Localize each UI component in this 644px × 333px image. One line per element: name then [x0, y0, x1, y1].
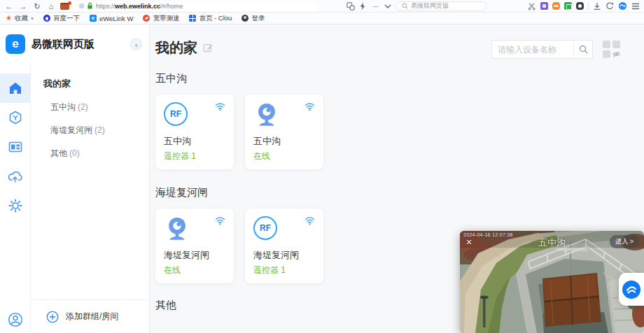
gamepad-extension-icon[interactable]: [552, 2, 560, 10]
sidebar-header: e 易微联网页版 ‹: [0, 24, 149, 64]
edit-icon[interactable]: [203, 43, 214, 53]
profile-icon: [8, 312, 23, 327]
bookmark-cloud-home[interactable]: 首页 - Clou: [189, 14, 232, 23]
nav-profile[interactable]: [0, 312, 31, 327]
download-icon[interactable]: [593, 2, 601, 10]
browser-toolbar: ← → ↻ ⌂ https://web.ewelink.cc/#/home ··…: [0, 0, 644, 13]
section-title: 海堤复河闸: [155, 186, 644, 199]
app-title: 易微联网页版: [31, 38, 94, 51]
gear-icon: [8, 199, 22, 213]
view-toggle-2[interactable]: [612, 41, 620, 48]
nav-pair-device[interactable]: [0, 162, 31, 191]
device-search-button[interactable]: [573, 41, 592, 58]
sidebar-item-room-3[interactable]: 其他(0): [43, 148, 149, 160]
screen: ← → ↻ ⌂ https://web.ewelink.cc/#/home ··…: [0, 0, 644, 333]
device-status: 遥控器 1: [253, 264, 315, 276]
main-header: 我的家: [155, 24, 644, 59]
url-bar[interactable]: https://web.ewelink.cc/#/home: [74, 1, 318, 11]
nav-home[interactable]: [0, 73, 31, 103]
wifi-icon: [304, 216, 315, 225]
page-title: 我的家: [155, 38, 197, 57]
reload-icon[interactable]: ↻: [32, 0, 42, 13]
eye-off-icon: [612, 50, 620, 58]
room-panel: 我的家 五中沟(2) 海堤复河闸(2) 其他(0) 添加群组/房间: [31, 64, 149, 333]
device-name: 五中沟: [253, 135, 315, 148]
add-group-room-button[interactable]: 添加群组/房间: [31, 299, 149, 333]
nav-devices[interactable]: [0, 132, 31, 162]
device-card[interactable]: 海堤复河闸 在线: [155, 208, 234, 283]
sidebar-item-room-1[interactable]: 五中沟(2): [43, 101, 149, 113]
rf-device-icon: RF: [253, 216, 277, 240]
room-section: 五中沟 RF 五中沟 遥控器 1: [155, 72, 644, 169]
section-title: 五中沟: [155, 72, 644, 85]
enter-camera-button[interactable]: 进入 >: [610, 235, 639, 248]
browser-search-box[interactable]: 易微联网页版: [396, 1, 486, 11]
favorites-menu[interactable]: ★ 收藏 ▾: [6, 14, 34, 23]
briefcase-icon[interactable]: [60, 3, 69, 10]
device-name: 海堤复河闸: [253, 249, 315, 262]
lock-icon: [87, 2, 93, 10]
device-card[interactable]: RF 五中沟 遥控器 1: [155, 94, 234, 169]
url-text: https://web.ewelink.cc/#/home: [96, 3, 183, 10]
wifi-icon: [215, 216, 225, 225]
search-icon: [579, 45, 588, 54]
notification-badge: [68, 1, 71, 5]
bookmark-label: 百度一下: [53, 14, 80, 23]
login-favicon: [241, 15, 248, 22]
nav-settings[interactable]: [0, 191, 31, 220]
device-status: 在线: [253, 150, 315, 162]
camera-preview-overlay[interactable]: 2024-04-16 12:07:38 × 五中沟 进入 >: [460, 231, 644, 333]
undo-icon[interactable]: [606, 2, 614, 10]
bookmark-ewelink[interactable]: e eWeLink W: [90, 15, 133, 22]
device-search-input[interactable]: [492, 41, 573, 58]
sidebar-item-room-2[interactable]: 海堤复河闸(2): [43, 125, 149, 136]
caret-down-icon: ▾: [31, 15, 34, 22]
sidebar-body: 我的家 五中沟(2) 海堤复河闸(2) 其他(0) 添加群组/房间: [0, 64, 149, 333]
star-icon: ★: [6, 15, 12, 22]
bookmarks-bar: ★ 收藏 ▾ 百度一下 e eWeLink W 宽带测速 首页 - Clou 登…: [0, 13, 644, 24]
scissors-icon[interactable]: [528, 2, 536, 10]
view-toggle-1[interactable]: [603, 41, 610, 48]
blue-globe-icon[interactable]: [618, 1, 627, 10]
bookmark-label: eWeLink W: [99, 15, 133, 22]
ewelink-favicon: e: [90, 15, 97, 22]
device-status: 在线: [164, 264, 225, 276]
camera-device-icon: [253, 102, 280, 128]
hexagon-scene-icon: [8, 111, 22, 125]
search-icon: [402, 3, 408, 9]
hide-devices-toggle[interactable]: [612, 50, 620, 58]
view-toggles: [603, 41, 620, 58]
device-name: 五中沟: [164, 135, 225, 148]
green-extension-icon[interactable]: [564, 2, 572, 10]
translate-icon[interactable]: [346, 2, 355, 10]
dashboard-icon: [8, 140, 22, 154]
grid-favicon: [189, 15, 196, 22]
lightning-icon[interactable]: [359, 2, 366, 10]
home-browser-icon[interactable]: ⌂: [46, 0, 56, 13]
wifi-icon: [304, 102, 315, 111]
menu-icon[interactable]: [631, 3, 640, 10]
site-info-icon[interactable]: [79, 3, 84, 8]
wifi-icon: [215, 102, 225, 111]
nav-scene[interactable]: [0, 103, 31, 132]
collapse-sidebar-button[interactable]: ‹: [130, 38, 142, 50]
paw-extension-icon[interactable]: [576, 2, 584, 10]
device-card[interactable]: RF 海堤复河闸 遥控器 1: [245, 208, 323, 283]
nav-rail: [0, 64, 31, 333]
bookmark-baidu[interactable]: 百度一下: [43, 14, 80, 23]
purple-extension-icon[interactable]: [540, 2, 548, 10]
home-icon: [8, 81, 22, 95]
bookmark-speedtest[interactable]: 宽带测速: [143, 14, 179, 23]
add-group-room-label: 添加群组/房间: [66, 311, 118, 323]
floating-helper-button[interactable]: [619, 273, 644, 306]
room-count: (2): [94, 125, 105, 135]
cloud-upload-icon: [8, 169, 22, 183]
forward-icon[interactable]: →: [18, 0, 28, 13]
device-card[interactable]: 五中沟 在线: [245, 94, 323, 169]
sidebar-item-home[interactable]: 我的家: [43, 78, 149, 90]
back-icon[interactable]: ←: [4, 0, 14, 13]
chevron-down-icon[interactable]: [384, 4, 391, 8]
more-tools-icon[interactable]: ···: [370, 0, 380, 13]
view-toggle-3[interactable]: [603, 50, 610, 58]
bookmark-login[interactable]: 登录: [241, 14, 265, 23]
